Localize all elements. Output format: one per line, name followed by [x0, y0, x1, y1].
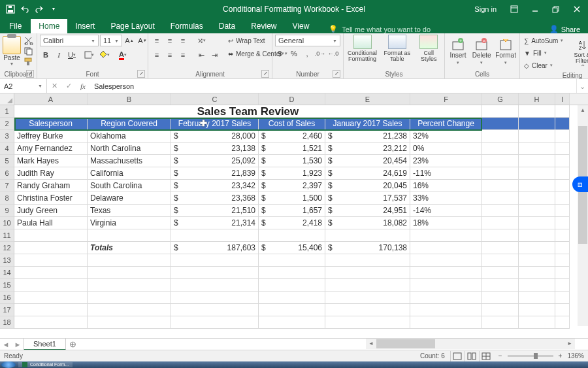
- cell[interactable]: $21,314: [171, 217, 259, 229]
- cell[interactable]: [325, 279, 410, 292]
- sheet-nav-next-icon[interactable]: ►: [12, 341, 24, 348]
- cancel-formula-icon[interactable]: ✕: [47, 82, 61, 90]
- cell[interactable]: [519, 267, 555, 279]
- cell[interactable]: $23,342: [171, 180, 259, 192]
- cell[interactable]: [259, 304, 325, 316]
- cell[interactable]: [325, 267, 410, 279]
- font-dialog-icon[interactable]: ⤢: [137, 70, 145, 78]
- cell[interactable]: [482, 205, 519, 217]
- cell[interactable]: [519, 254, 555, 267]
- horizontal-scrollbar[interactable]: ◄►: [366, 339, 575, 349]
- number-dialog-icon[interactable]: ⤢: [333, 70, 340, 78]
- increase-indent-icon[interactable]: ⇥: [208, 49, 220, 61]
- cell[interactable]: [410, 279, 482, 292]
- cell[interactable]: [325, 292, 410, 304]
- cell[interactable]: [482, 105, 519, 118]
- font-size-combo[interactable]: 11▼: [100, 35, 122, 46]
- row-header[interactable]: 11: [0, 229, 14, 242]
- orientation-icon[interactable]: ⤭▾: [195, 35, 207, 46]
- cell[interactable]: $17,537: [325, 192, 410, 205]
- align-middle-icon[interactable]: ≡: [164, 35, 176, 46]
- cell[interactable]: [259, 254, 325, 267]
- cell[interactable]: $1,923: [259, 167, 325, 180]
- row-header[interactable]: 17: [0, 304, 14, 316]
- cell[interactable]: -14%: [410, 205, 482, 217]
- cell[interactable]: [410, 242, 482, 254]
- font-color-button[interactable]: A▾: [114, 49, 131, 61]
- new-sheet-button[interactable]: ⊕: [66, 339, 80, 349]
- cell[interactable]: $18,082: [325, 217, 410, 229]
- copy-icon[interactable]: [24, 46, 34, 56]
- cell[interactable]: [519, 105, 555, 118]
- cell[interactable]: $1,530: [259, 155, 325, 167]
- cell[interactable]: [259, 316, 325, 329]
- row-header[interactable]: 12: [0, 242, 14, 254]
- cell[interactable]: [482, 242, 519, 254]
- cut-icon[interactable]: [24, 36, 34, 45]
- dropbox-overlay-icon[interactable]: ⧈: [572, 176, 588, 192]
- cell[interactable]: [482, 142, 519, 155]
- delete-cells-button[interactable]: × Delete▾: [471, 35, 492, 69]
- cell[interactable]: Amy Fernandez: [14, 142, 88, 155]
- tab-page-layout[interactable]: Page Layout: [103, 19, 162, 33]
- number-format-combo[interactable]: General▼: [275, 35, 340, 46]
- clipboard-dialog-icon[interactable]: ⤢: [26, 70, 34, 78]
- cell[interactable]: [519, 192, 555, 205]
- zoom-level[interactable]: 136%: [567, 352, 584, 360]
- cell[interactable]: [482, 192, 519, 205]
- cell[interactable]: Cost of Sales: [259, 118, 325, 130]
- cell[interactable]: $2,397: [259, 180, 325, 192]
- col-header[interactable]: G: [482, 93, 519, 105]
- cell[interactable]: [519, 292, 555, 304]
- page-layout-view-icon[interactable]: [465, 351, 479, 361]
- col-header[interactable]: H: [519, 93, 555, 105]
- cell[interactable]: [410, 304, 482, 316]
- row-header[interactable]: 18: [0, 316, 14, 329]
- comma-format-icon[interactable]: ,: [301, 48, 313, 59]
- col-header[interactable]: C: [171, 93, 259, 105]
- share-button[interactable]: 👤 Share: [549, 25, 588, 33]
- cell[interactable]: [482, 180, 519, 192]
- cell[interactable]: 16%: [410, 180, 482, 192]
- cell[interactable]: [555, 316, 570, 329]
- cell[interactable]: $1,500: [259, 192, 325, 205]
- cell[interactable]: North Carolina: [88, 142, 171, 155]
- cell[interactable]: [259, 279, 325, 292]
- cell[interactable]: [325, 304, 410, 316]
- cell[interactable]: [14, 254, 88, 267]
- format-cells-button[interactable]: Format▾: [495, 35, 517, 69]
- cell[interactable]: Jeffrey Burke: [14, 130, 88, 142]
- cell[interactable]: $2,418: [259, 217, 325, 229]
- redo-icon[interactable]: [33, 3, 46, 16]
- col-header[interactable]: F: [410, 93, 482, 105]
- tab-file[interactable]: File: [0, 19, 31, 33]
- row-header[interactable]: 14: [0, 267, 14, 279]
- row-header[interactable]: 8: [0, 192, 14, 205]
- percent-format-icon[interactable]: %: [288, 48, 300, 59]
- cell[interactable]: [259, 267, 325, 279]
- cell[interactable]: [555, 105, 570, 118]
- cell[interactable]: [410, 229, 482, 242]
- cell[interactable]: [519, 217, 555, 229]
- insert-cells-button[interactable]: + Insert▾: [448, 35, 468, 69]
- cell[interactable]: $24,951: [325, 205, 410, 217]
- cell[interactable]: [482, 217, 519, 229]
- cell[interactable]: $23,368: [171, 192, 259, 205]
- cell[interactable]: [555, 130, 570, 142]
- tab-formulas[interactable]: Formulas: [163, 19, 211, 33]
- decrease-decimal-icon[interactable]: ←.0: [327, 48, 339, 59]
- zoom-slider[interactable]: [508, 355, 553, 357]
- italic-button[interactable]: I: [53, 49, 65, 61]
- cell[interactable]: [325, 229, 410, 242]
- fill-color-button[interactable]: ▾: [96, 49, 113, 61]
- cell[interactable]: [482, 130, 519, 142]
- close-icon[interactable]: [567, 0, 587, 18]
- cell[interactable]: 18%: [410, 217, 482, 229]
- col-header[interactable]: B: [88, 93, 171, 105]
- cell[interactable]: [555, 242, 570, 254]
- align-top-icon[interactable]: ≡: [151, 35, 163, 46]
- cell[interactable]: Virginia: [88, 217, 171, 229]
- cell[interactable]: [410, 316, 482, 329]
- cell[interactable]: [519, 229, 555, 242]
- cell[interactable]: Mark Hayes: [14, 155, 88, 167]
